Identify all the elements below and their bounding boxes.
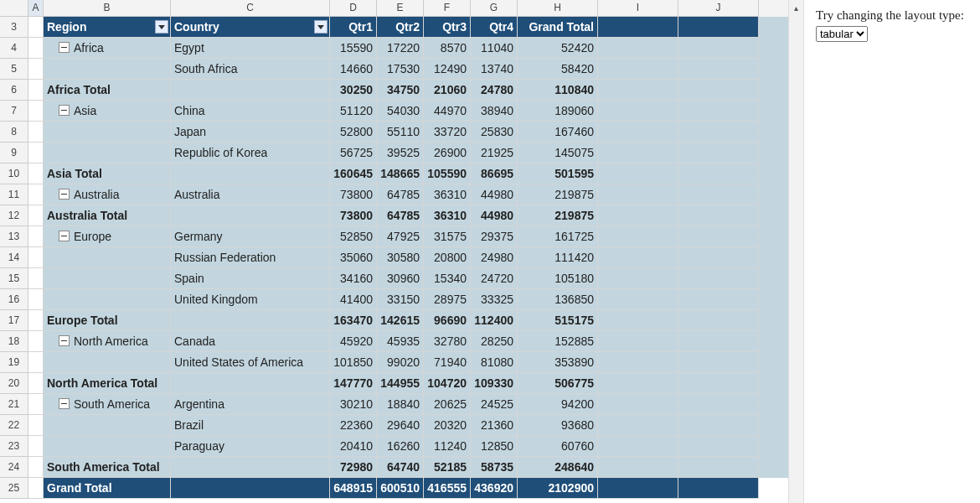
col-header-I[interactable]: I [598, 0, 678, 17]
row-total-cell[interactable]: 161725 [518, 226, 598, 247]
value-cell[interactable]: 14660 [330, 59, 377, 80]
cell[interactable] [678, 226, 759, 247]
cell[interactable] [28, 184, 44, 205]
cell[interactable] [598, 143, 678, 163]
country-cell[interactable]: Russian Federation [171, 247, 330, 268]
cell[interactable] [598, 310, 678, 331]
row-header[interactable]: 3 [0, 17, 28, 38]
value-cell[interactable]: 21360 [471, 415, 518, 436]
row-header[interactable]: 6 [0, 80, 28, 101]
subtotal-cell[interactable]: 105590 [424, 163, 471, 184]
row-header[interactable]: 17 [0, 310, 28, 331]
value-cell[interactable]: 35060 [330, 247, 377, 268]
row-total-cell[interactable]: 145075 [518, 143, 598, 163]
value-cell[interactable]: 20625 [424, 394, 471, 415]
cell[interactable] [598, 268, 678, 289]
col-header-F[interactable]: F [424, 0, 471, 17]
value-cell[interactable]: 30580 [377, 247, 424, 268]
subtotal-cell[interactable]: 30250 [330, 80, 377, 101]
col-header-D[interactable]: D [330, 0, 377, 17]
cell[interactable] [678, 184, 759, 205]
row-header[interactable]: 24 [0, 457, 28, 478]
row-header[interactable]: 19 [0, 352, 28, 373]
subtotal-cell[interactable]: 144955 [377, 373, 424, 394]
value-cell[interactable]: 32780 [424, 331, 471, 352]
cell[interactable] [28, 415, 44, 436]
subtotal-label[interactable]: Asia Total [44, 163, 171, 184]
subtotal-total-cell[interactable]: 248640 [518, 457, 598, 478]
col-header-H[interactable]: H [518, 0, 598, 17]
col-header-J[interactable]: J [678, 0, 759, 17]
cell[interactable] [678, 17, 759, 38]
value-cell[interactable]: 26900 [424, 143, 471, 163]
country-cell[interactable]: Canada [171, 331, 330, 352]
collapse-icon[interactable] [59, 105, 70, 116]
subtotal-total-cell[interactable]: 515175 [518, 310, 598, 331]
subtotal-cell[interactable]: 52185 [424, 457, 471, 478]
cell[interactable] [598, 373, 678, 394]
value-cell[interactable]: 22360 [330, 415, 377, 436]
value-cell[interactable]: 17530 [377, 59, 424, 80]
cell[interactable] [171, 457, 330, 478]
row-header[interactable]: 7 [0, 101, 28, 122]
subtotal-cell[interactable]: 73800 [330, 205, 377, 226]
scroll-up-arrow-icon[interactable]: ▴ [789, 0, 804, 15]
value-cell[interactable]: 33150 [377, 289, 424, 310]
grand-total-label[interactable]: Grand Total [44, 478, 171, 499]
cell[interactable] [598, 205, 678, 226]
cell[interactable] [678, 373, 759, 394]
cell[interactable] [598, 80, 678, 101]
cell[interactable] [678, 101, 759, 122]
cell[interactable] [28, 101, 44, 122]
region-filter-dropdown[interactable] [155, 20, 168, 34]
cell[interactable] [171, 205, 330, 226]
row-total-cell[interactable]: 58420 [518, 59, 598, 80]
cell[interactable] [28, 247, 44, 268]
cell[interactable] [28, 143, 44, 163]
country-cell[interactable]: China [171, 101, 330, 122]
subtotal-total-cell[interactable]: 219875 [518, 205, 598, 226]
row-total-cell[interactable]: 111420 [518, 247, 598, 268]
value-cell[interactable]: 15590 [330, 38, 377, 59]
value-cell[interactable]: 29640 [377, 415, 424, 436]
subtotal-cell[interactable]: 64785 [377, 205, 424, 226]
value-cell[interactable]: 34160 [330, 268, 377, 289]
region-cell[interactable]: Asia [44, 101, 171, 122]
row-header[interactable]: 25 [0, 478, 28, 499]
cell[interactable] [678, 143, 759, 163]
country-cell[interactable]: Argentina [171, 394, 330, 415]
row-header[interactable]: 20 [0, 373, 28, 394]
row-header[interactable]: 21 [0, 394, 28, 415]
country-cell[interactable]: Egypt [171, 38, 330, 59]
grand-total-cell[interactable]: 436920 [471, 478, 518, 499]
subtotal-cell[interactable]: 147770 [330, 373, 377, 394]
pivot-col-qtr4[interactable]: Qtr4 [471, 17, 518, 38]
cell[interactable] [28, 394, 44, 415]
region-cell[interactable]: Australia [44, 184, 171, 205]
cell[interactable] [171, 478, 330, 499]
collapse-icon[interactable] [59, 189, 70, 200]
subtotal-cell[interactable]: 21060 [424, 80, 471, 101]
pivot-field-region[interactable]: Region [44, 17, 171, 38]
row-header[interactable]: 10 [0, 163, 28, 184]
row-header[interactable]: 8 [0, 122, 28, 143]
value-cell[interactable]: 30960 [377, 268, 424, 289]
cell[interactable] [28, 205, 44, 226]
cell[interactable] [678, 38, 759, 59]
cell[interactable] [678, 205, 759, 226]
value-cell[interactable]: 8570 [424, 38, 471, 59]
collapse-icon[interactable] [59, 231, 70, 241]
col-header-G[interactable]: G [471, 0, 518, 17]
row-total-cell[interactable]: 136850 [518, 289, 598, 310]
value-cell[interactable]: 13740 [471, 59, 518, 80]
worksheet-area[interactable]: A B C D E F G H I J 3RegionCountryQtr1Qt… [0, 0, 804, 503]
value-cell[interactable]: 28975 [424, 289, 471, 310]
value-cell[interactable]: 64785 [377, 184, 424, 205]
cell[interactable] [678, 310, 759, 331]
subtotal-cell[interactable]: 64740 [377, 457, 424, 478]
row-header[interactable]: 16 [0, 289, 28, 310]
row-total-cell[interactable]: 219875 [518, 184, 598, 205]
region-cell[interactable] [44, 289, 171, 310]
cell[interactable] [28, 352, 44, 373]
row-total-cell[interactable]: 105180 [518, 268, 598, 289]
